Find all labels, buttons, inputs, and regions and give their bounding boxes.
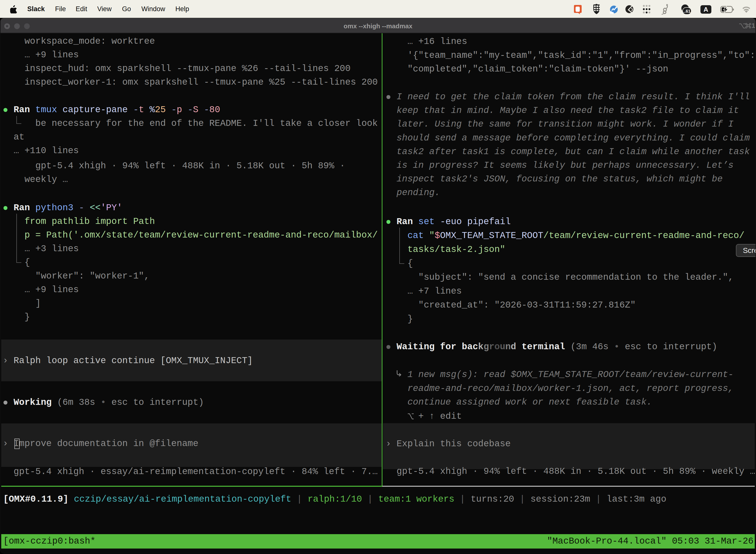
svg-text:..61: ..61 [683, 9, 690, 14]
